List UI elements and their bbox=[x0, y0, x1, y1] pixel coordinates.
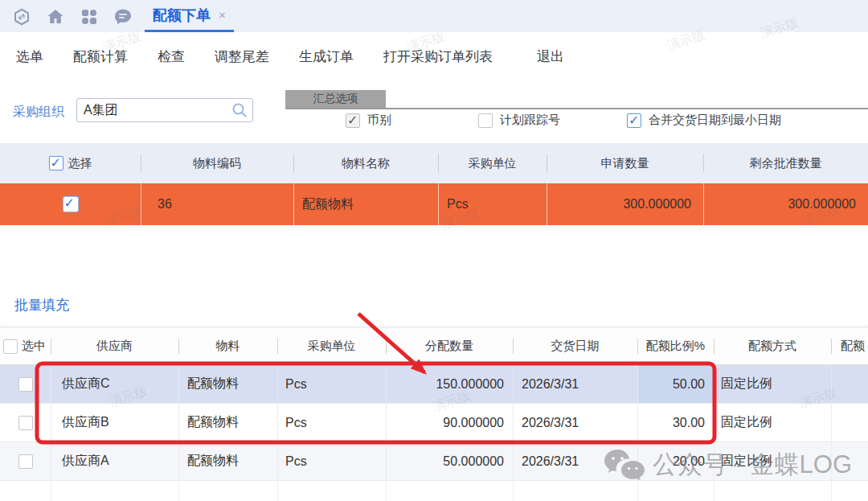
cell-quota-extra bbox=[831, 365, 868, 403]
summary-options-tab[interactable]: 汇总选项 bbox=[285, 90, 386, 108]
batch-fill-section: 批量填充 bbox=[0, 290, 868, 326]
col-purchase-unit: 采购单位 bbox=[277, 328, 386, 364]
requisition-table-header: 选择 物料编码 物料名称 采购单位 申请数量 剩余批准数量 bbox=[0, 143, 868, 183]
cell-quota-ratio: 20.00 bbox=[637, 442, 714, 480]
apps-grid-icon[interactable] bbox=[79, 6, 99, 27]
option-currency: 币别 bbox=[346, 113, 391, 128]
message-icon[interactable] bbox=[113, 6, 133, 27]
tab-quota-order[interactable]: 配额下单 × bbox=[145, 0, 234, 32]
row-checkbox[interactable] bbox=[63, 196, 79, 212]
header-selected-cell: 选中 bbox=[0, 328, 51, 364]
cell-purchase-unit: Pcs bbox=[277, 404, 386, 441]
allocation-row-supplier-b[interactable]: 供应商B 配额物料 Pcs 90.000000 2026/3/31 30.00 … bbox=[0, 404, 868, 442]
tab-label: 配额下单 bbox=[153, 6, 211, 25]
menu-item-adjust-tail[interactable]: 调整尾差 bbox=[215, 47, 269, 66]
cell-material-code: 36 bbox=[141, 183, 293, 225]
cell-material: 配额物料 bbox=[178, 442, 277, 480]
col-allocated-qty: 分配数量 bbox=[386, 328, 513, 364]
cell-quota-method: 固定比例 bbox=[714, 404, 831, 441]
row-checkbox[interactable] bbox=[18, 454, 33, 469]
col-material-name: 物料名称 bbox=[293, 143, 438, 183]
menu-item-check[interactable]: 检查 bbox=[158, 47, 185, 66]
col-select: 选择 bbox=[68, 156, 92, 171]
sync-logo-icon[interactable] bbox=[11, 6, 31, 27]
cell-purchase-unit: Pcs bbox=[277, 442, 386, 480]
plan-tracking-label: 计划跟踪号 bbox=[500, 113, 560, 128]
merge-delivery-checkbox[interactable] bbox=[627, 113, 641, 128]
menu-bar: 选单 配额计算 检查 调整尾差 生成订单 打开采购订单列表 退出 bbox=[0, 32, 868, 80]
cell-quota-extra bbox=[831, 442, 868, 480]
menu-item-generate-order[interactable]: 生成订单 bbox=[299, 47, 354, 66]
menu-item-select[interactable]: 选单 bbox=[16, 47, 43, 66]
menu-item-exit[interactable]: 退出 bbox=[537, 47, 564, 66]
col-quota-method: 配额方式 bbox=[714, 328, 831, 364]
cell-material: 配额物料 bbox=[178, 365, 277, 403]
col-remaining-approved-qty: 剩余批准数量 bbox=[703, 143, 868, 183]
col-purchase-unit: 采购单位 bbox=[438, 143, 547, 183]
allocation-row-supplier-c[interactable]: 供应商C 配额物料 Pcs 150.000000 2026/3/31 50.00… bbox=[0, 365, 868, 404]
cell-quota-extra bbox=[831, 404, 868, 441]
select-all-checkbox[interactable] bbox=[49, 156, 63, 170]
row-checkbox[interactable] bbox=[18, 416, 33, 430]
purchase-org-input[interactable] bbox=[76, 98, 253, 122]
batch-fill-link[interactable]: 批量填充 bbox=[14, 296, 69, 314]
option-merge-delivery-date: 合并交货日期到最小日期 bbox=[627, 113, 781, 128]
cell-remaining-approved-qty: 300.000000 bbox=[703, 183, 868, 225]
search-icon[interactable] bbox=[231, 102, 248, 118]
cell-material: 配额物料 bbox=[178, 404, 277, 441]
currency-checkbox[interactable] bbox=[346, 113, 360, 128]
cell-purchase-unit: Pcs bbox=[438, 183, 547, 225]
cell-supplier: 供应商B bbox=[51, 404, 178, 441]
merge-delivery-label: 合并交货日期到最小日期 bbox=[649, 113, 781, 128]
row-checkbox[interactable] bbox=[18, 377, 33, 392]
col-request-qty: 申请数量 bbox=[547, 143, 703, 183]
requisition-table: 选择 物料编码 物料名称 采购单位 申请数量 剩余批准数量 36 配额物料 Pc… bbox=[0, 143, 868, 225]
col-material: 物料 bbox=[178, 328, 277, 364]
cell-allocated-qty: 90.000000 bbox=[386, 404, 513, 441]
allocation-row-supplier-a[interactable]: 供应商A 配额物料 Pcs 50.000000 2026/3/31 20.00 … bbox=[0, 442, 868, 481]
topbar-icon-group bbox=[11, 6, 133, 27]
purchase-org-label: 采购组织 bbox=[13, 104, 64, 121]
cell-allocated-qty: 150.000000 bbox=[386, 365, 513, 403]
col-delivery-date: 交货日期 bbox=[513, 328, 637, 364]
cell-supplier: 供应商A bbox=[51, 442, 178, 480]
cell-quota-method: 固定比例 bbox=[714, 442, 831, 480]
menu-item-open-po-list[interactable]: 打开采购订单列表 bbox=[383, 47, 493, 66]
allocation-table: 选中 供应商 物料 采购单位 分配数量 交货日期 配额比例% 配额方式 配额 供… bbox=[0, 327, 868, 501]
cell-supplier: 供应商C bbox=[51, 365, 178, 403]
allocation-table-header: 选中 供应商 物料 采购单位 分配数量 交货日期 配额比例% 配额方式 配额 bbox=[0, 327, 868, 365]
cell-delivery-date: 2026/3/31 bbox=[513, 442, 637, 480]
col-quota-ratio: 配额比例% bbox=[637, 328, 714, 364]
plan-tracking-checkbox[interactable] bbox=[478, 113, 493, 128]
col-material-code: 物料编码 bbox=[141, 143, 293, 183]
tab-close-icon[interactable]: × bbox=[219, 8, 226, 22]
col-quota-clipped: 配额 bbox=[831, 328, 868, 364]
col-selected: 选中 bbox=[22, 339, 46, 354]
cell-delivery-date: 2026/3/31 bbox=[513, 404, 637, 441]
cell-quota-method: 固定比例 bbox=[714, 365, 831, 403]
cell-allocated-qty: 50.000000 bbox=[386, 442, 513, 480]
cell-quota-ratio: 50.00 bbox=[637, 365, 714, 403]
allocation-empty-row bbox=[0, 481, 868, 501]
top-bar: 配额下单 × bbox=[0, 0, 868, 32]
cell-request-qty: 300.000000 bbox=[547, 183, 703, 225]
cell-material-name: 配额物料 bbox=[293, 183, 438, 225]
summary-tab-divider bbox=[285, 108, 868, 109]
cell-delivery-date: 2026/3/31 bbox=[513, 365, 637, 403]
select-all-checkbox-2[interactable] bbox=[3, 339, 18, 354]
cell-purchase-unit: Pcs bbox=[277, 365, 386, 403]
requisition-row-selected[interactable]: 36 配额物料 Pcs 300.000000 300.000000 bbox=[0, 183, 868, 225]
home-icon[interactable] bbox=[45, 6, 65, 27]
currency-label: 币别 bbox=[367, 113, 391, 128]
cell-quota-ratio: 30.00 bbox=[637, 404, 714, 441]
filter-area: 采购组织 汇总选项 币别 计划跟踪号 合并交货日期到最小日期 bbox=[0, 80, 868, 143]
header-select-cell: 选择 bbox=[0, 143, 141, 183]
option-plan-tracking: 计划跟踪号 bbox=[478, 113, 560, 128]
menu-item-quota-calc[interactable]: 配额计算 bbox=[73, 47, 128, 66]
col-supplier: 供应商 bbox=[51, 328, 178, 364]
